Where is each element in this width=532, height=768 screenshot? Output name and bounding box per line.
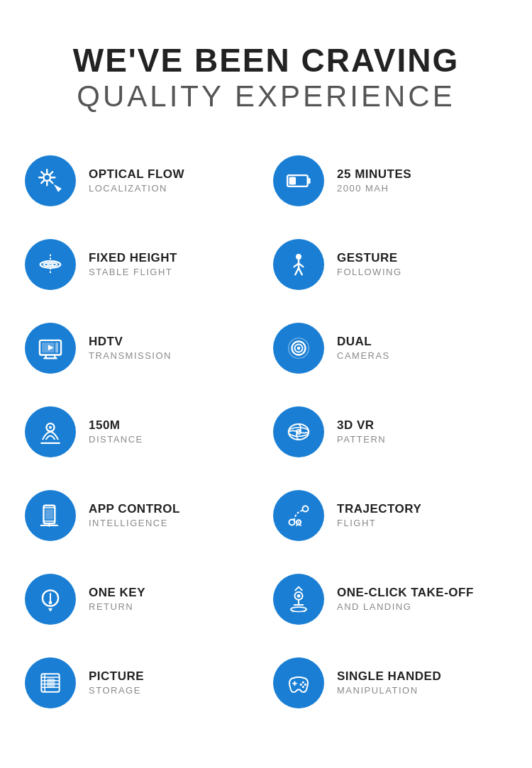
feature-one-key: ONE KEY RETURN [18, 561, 266, 638]
gesture-text: GESTURE FOLLOWING [337, 251, 402, 277]
svg-point-63 [302, 681, 304, 684]
gesture-subtitle: FOLLOWING [337, 267, 402, 277]
optical-flow-subtitle: LOCALIZATION [89, 183, 184, 194]
svg-line-21 [295, 268, 299, 275]
hdtv-icon-circle [25, 323, 76, 374]
svg-point-0 [44, 174, 51, 181]
picture-icon-circle [25, 657, 76, 708]
gesture-icon-circle [273, 239, 324, 290]
svg-point-14 [48, 264, 53, 265]
picture-icon [37, 669, 64, 696]
one-key-text: ONE KEY RETURN [89, 586, 145, 612]
feature-25-minutes: 25 MINUTES 2000 MAH [266, 143, 514, 219]
feature-150m: 150M DISTANCE [18, 394, 266, 470]
feature-optical-flow: OPTICAL FLOW LOCALIZATION [18, 143, 266, 219]
svg-point-65 [300, 684, 302, 686]
vr-icon-circle [273, 406, 324, 457]
header-title-light: QUALITY EXPERIENCE [73, 79, 459, 114]
svg-point-66 [302, 686, 304, 688]
fixed-height-subtitle: STABLE FLIGHT [89, 267, 177, 277]
150m-subtitle: DISTANCE [89, 434, 143, 445]
25-minutes-text: 25 MINUTES 2000 MAH [337, 167, 411, 194]
svg-point-31 [297, 347, 301, 350]
app-control-icon [37, 502, 64, 529]
battery-icon-circle [273, 155, 324, 206]
picture-storage-title: PICTURE [89, 669, 144, 684]
hdtv-text: HDTV TRANSMISSION [89, 335, 172, 361]
gamepad-icon [285, 669, 312, 696]
svg-line-8 [41, 181, 44, 184]
svg-point-49 [298, 521, 299, 523]
optical-flow-icon-circle [25, 155, 76, 206]
trajectory-title: TRAJECTORY [337, 502, 421, 516]
svg-point-52 [297, 594, 301, 598]
feature-hdtv: HDTV TRANSMISSION [18, 310, 266, 386]
svg-line-6 [50, 181, 53, 184]
svg-point-34 [49, 426, 52, 429]
trajectory-icon [285, 502, 312, 529]
single-handed-title: SINGLE HANDED [337, 669, 441, 684]
picture-storage-subtitle: STORAGE [89, 685, 144, 696]
one-click-takeoff-subtitle: AND LANDING [337, 601, 474, 612]
25-minutes-title: 25 MINUTES [337, 167, 411, 182]
fixed-height-icon [37, 251, 64, 278]
one-key-title: ONE KEY [89, 586, 145, 600]
svg-line-5 [41, 172, 44, 174]
150m-title: 150M [89, 418, 143, 433]
feature-gesture: GESTURE FOLLOWING [266, 226, 514, 303]
dual-cameras-text: DUAL CAMERAS [337, 335, 390, 361]
feature-fixed-height: FIXED HEIGHT STABLE FLIGHT [18, 226, 266, 303]
one-key-subtitle: RETURN [89, 601, 145, 612]
dual-cameras-subtitle: CAMERAS [337, 350, 390, 361]
svg-point-64 [304, 684, 306, 686]
svg-point-50 [49, 601, 52, 604]
3d-vr-text: 3D VR PATTERN [337, 418, 386, 445]
one-click-takeoff-text: ONE-CLICK TAKE-OFF AND LANDING [337, 586, 474, 612]
svg-rect-60 [47, 679, 55, 688]
features-grid: OPTICAL FLOW LOCALIZATION 25 MINUTES 200… [18, 143, 514, 721]
takeoff-icon-circle [273, 574, 324, 625]
one-click-takeoff-title: ONE-CLICK TAKE-OFF [337, 586, 474, 600]
svg-point-38 [298, 431, 299, 433]
trajectory-text: TRAJECTORY FLIGHT [337, 502, 421, 528]
svg-rect-45 [40, 525, 58, 526]
takeoff-icon [285, 586, 312, 613]
one-key-icon [37, 586, 64, 613]
150m-text: 150M DISTANCE [89, 418, 143, 445]
gesture-title: GESTURE [337, 251, 402, 265]
single-handed-text: SINGLE HANDED MANIPULATION [337, 669, 441, 696]
hdtv-title: HDTV [89, 335, 172, 349]
distance-icon [37, 418, 64, 445]
svg-line-7 [50, 172, 53, 174]
header-title-bold: WE'VE BEEN CRAVING [73, 43, 459, 79]
svg-point-47 [303, 506, 309, 512]
25-minutes-subtitle: 2000 MAH [337, 183, 411, 194]
fixed-height-title: FIXED HEIGHT [89, 251, 177, 265]
feature-one-click-takeoff: ONE-CLICK TAKE-OFF AND LANDING [266, 561, 514, 638]
feature-3d-vr: 3D VR PATTERN [266, 394, 514, 470]
feature-single-handed: SINGLE HANDED MANIPULATION [266, 645, 514, 721]
feature-picture-storage: PICTURE STORAGE [18, 645, 266, 721]
optical-flow-icon [37, 167, 64, 194]
hdtv-subtitle: TRANSMISSION [89, 350, 172, 361]
single-handed-subtitle: MANIPULATION [337, 685, 441, 696]
3d-vr-subtitle: PATTERN [337, 434, 386, 445]
dual-cameras-icon [285, 335, 312, 362]
hdtv-icon [37, 335, 64, 362]
svg-rect-11 [289, 177, 297, 184]
app-control-title: APP CONTROL [89, 502, 180, 516]
svg-rect-10 [308, 178, 311, 184]
dual-cameras-icon-circle [273, 323, 324, 374]
fixed-height-text: FIXED HEIGHT STABLE FLIGHT [89, 251, 177, 277]
vr-icon [285, 418, 312, 445]
header-section: WE'VE BEEN CRAVING QUALITY EXPERIENCE [73, 43, 459, 114]
feature-trajectory: TRAJECTORY FLIGHT [266, 477, 514, 554]
fixed-height-icon-circle [25, 239, 76, 290]
app-control-text: APP CONTROL INTELLIGENCE [89, 502, 180, 528]
optical-flow-title: OPTICAL FLOW [89, 167, 184, 182]
one-key-icon-circle [25, 574, 76, 625]
optical-flow-text: OPTICAL FLOW LOCALIZATION [89, 167, 184, 194]
gesture-icon [285, 251, 312, 278]
battery-icon [285, 167, 312, 194]
app-control-icon-circle [25, 490, 76, 541]
